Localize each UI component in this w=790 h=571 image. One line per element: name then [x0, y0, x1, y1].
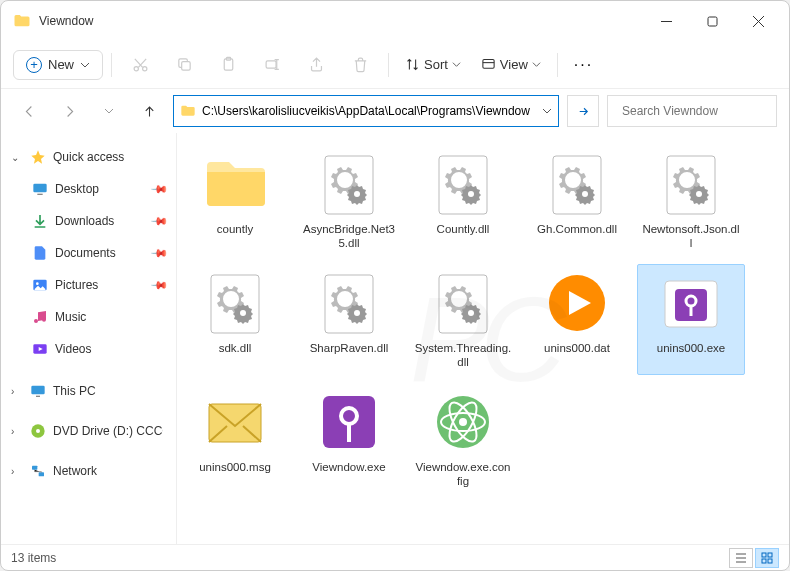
sidebar-item-network[interactable]: ›Network	[5, 455, 172, 487]
close-button[interactable]	[735, 5, 781, 37]
svg-rect-22	[762, 553, 766, 557]
svg-point-2	[142, 67, 146, 71]
file-item[interactable]: unins000.exe	[637, 264, 745, 375]
forward-button[interactable]	[53, 95, 85, 127]
uninst-icon	[657, 269, 725, 337]
dll-icon	[543, 150, 611, 218]
svg-point-1	[134, 67, 138, 71]
chevron-right-icon: ›	[11, 386, 23, 397]
sidebar-item-desktop[interactable]: Desktop📌	[25, 173, 172, 205]
details-view-button[interactable]	[729, 548, 753, 568]
chevron-right-icon: ›	[11, 466, 23, 477]
sidebar-item-this-pc[interactable]: ›This PC	[5, 375, 172, 407]
dat-icon	[543, 269, 611, 337]
item-count: 13 items	[11, 551, 56, 565]
folder-icon	[201, 150, 269, 218]
svg-rect-6	[266, 61, 276, 68]
sidebar-item-dvd[interactable]: ›DVD Drive (D:) CCCC	[5, 415, 172, 447]
minimize-button[interactable]	[643, 5, 689, 37]
chevron-down-icon: ⌄	[11, 152, 23, 163]
pin-icon: 📌	[149, 243, 168, 262]
file-name: sdk.dll	[219, 341, 252, 355]
go-button[interactable]	[567, 95, 599, 127]
chevron-down-icon	[452, 60, 461, 69]
file-item[interactable]: Viewndow.exe	[295, 383, 403, 494]
svg-point-19	[36, 429, 40, 433]
maximize-button[interactable]	[689, 5, 735, 37]
file-name: unins000.dat	[544, 341, 610, 355]
pin-icon: 📌	[149, 275, 168, 294]
file-item[interactable]: countly	[181, 145, 289, 256]
file-item[interactable]: unins000.msg	[181, 383, 289, 494]
sidebar-item-pictures[interactable]: Pictures📌	[25, 269, 172, 301]
explorer-window: Viewndow + New Sort View	[0, 0, 790, 571]
sort-icon	[405, 57, 420, 72]
chevron-down-icon[interactable]	[542, 106, 552, 116]
file-name: unins000.msg	[199, 460, 271, 474]
svg-rect-23	[768, 553, 772, 557]
new-button[interactable]: + New	[13, 50, 103, 80]
file-item[interactable]: SharpRaven.dll	[295, 264, 403, 375]
more-button[interactable]: ···	[566, 56, 601, 74]
file-name: Viewndow.exe.config	[414, 460, 512, 489]
view-button[interactable]: View	[473, 51, 549, 78]
svg-rect-3	[181, 62, 190, 70]
svg-rect-9	[33, 184, 46, 193]
svg-point-13	[34, 319, 38, 323]
address-bar	[1, 89, 789, 133]
sidebar-item-downloads[interactable]: Downloads📌	[25, 205, 172, 237]
sort-button[interactable]: Sort	[397, 51, 469, 78]
address-input[interactable]	[202, 104, 536, 118]
cut-button[interactable]	[120, 47, 160, 83]
file-name: System.Threading.dll	[414, 341, 512, 370]
file-item[interactable]: AsyncBridge.Net35.dll	[295, 145, 403, 256]
file-name: Newtonsoft.Json.dll	[642, 222, 740, 251]
file-item[interactable]: Countly.dll	[409, 145, 517, 256]
file-item[interactable]: Viewndow.exe.config	[409, 383, 517, 494]
paste-button[interactable]	[208, 47, 248, 83]
file-item[interactable]: Newtonsoft.Json.dll	[637, 145, 745, 256]
dll-icon	[315, 150, 383, 218]
address-input-box[interactable]	[173, 95, 559, 127]
dll-icon	[201, 269, 269, 337]
svg-rect-10	[37, 194, 42, 195]
sidebar-item-documents[interactable]: Documents📌	[25, 237, 172, 269]
recent-button[interactable]	[93, 95, 125, 127]
delete-button[interactable]	[340, 47, 380, 83]
downloads-icon	[31, 212, 49, 230]
pc-icon	[29, 382, 47, 400]
svg-rect-21	[39, 472, 44, 476]
share-button[interactable]	[296, 47, 336, 83]
dll-icon	[315, 269, 383, 337]
chevron-down-icon	[80, 60, 90, 70]
sidebar-item-videos[interactable]: Videos	[25, 333, 172, 365]
file-name: AsyncBridge.Net35.dll	[300, 222, 398, 251]
sidebar-item-music[interactable]: Music	[25, 301, 172, 333]
copy-button[interactable]	[164, 47, 204, 83]
folder-icon	[13, 12, 31, 30]
back-button[interactable]	[13, 95, 45, 127]
desktop-icon	[31, 180, 49, 198]
config-icon	[429, 388, 497, 456]
search-box[interactable]	[607, 95, 777, 127]
pin-icon: 📌	[149, 211, 168, 230]
disc-icon	[29, 422, 47, 440]
window-title: Viewndow	[39, 14, 643, 28]
search-input[interactable]	[622, 104, 772, 118]
file-item[interactable]: sdk.dll	[181, 264, 289, 375]
command-bar: + New Sort View ···	[1, 41, 789, 89]
file-item[interactable]: unins000.dat	[523, 264, 631, 375]
up-button[interactable]	[133, 95, 165, 127]
documents-icon	[31, 244, 49, 262]
file-item[interactable]: Gh.Common.dll	[523, 145, 631, 256]
file-name: unins000.exe	[657, 341, 725, 355]
pictures-icon	[31, 276, 49, 294]
file-name: SharpRaven.dll	[310, 341, 389, 355]
dll-icon	[429, 150, 497, 218]
file-item[interactable]: System.Threading.dll	[409, 264, 517, 375]
navigation-pane: ⌄ Quick access Desktop📌 Downloads📌 Docum…	[1, 133, 177, 544]
icons-view-button[interactable]	[755, 548, 779, 568]
quick-access-header[interactable]: ⌄ Quick access	[5, 141, 172, 173]
new-label: New	[48, 57, 74, 72]
rename-button[interactable]	[252, 47, 292, 83]
